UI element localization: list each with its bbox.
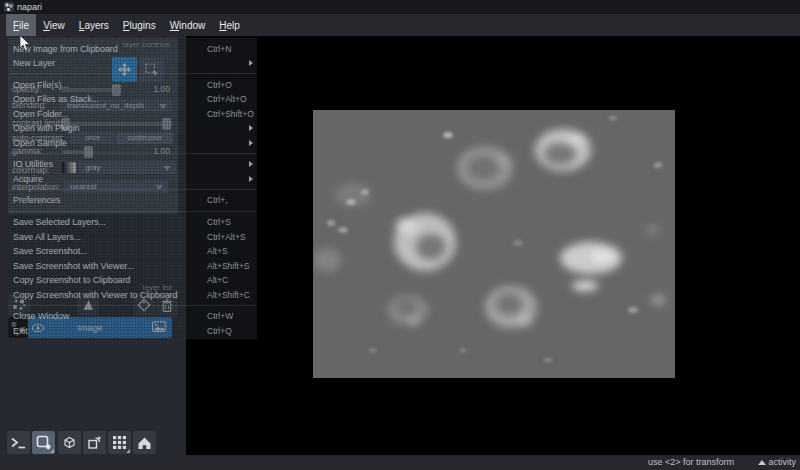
menu-item-open-folder[interactable]: Open Folder...Ctrl+Shift+O — [8, 106, 257, 121]
file-menu-dropdown: New Image from ClipboardCtrl+NNew LayerO… — [8, 38, 257, 339]
menu-item-preferences[interactable]: PreferencesCtrl+, — [8, 193, 257, 208]
menu-item-open-files-as-stack[interactable]: Open Files as Stack...Ctrl+Alt+O — [8, 92, 257, 107]
menu-item-shortcut: Ctrl+O — [207, 80, 232, 90]
menu-item-shortcut: Alt+Shift+C — [207, 290, 250, 300]
menu-item-save-screenshot[interactable]: Save Screenshot...Alt+S — [8, 244, 257, 259]
menu-separator — [9, 153, 256, 154]
menu-item-label: Exit — [13, 326, 28, 336]
menu-item-shortcut: Ctrl+N — [207, 44, 231, 54]
menu-item-shortcut: Alt+S — [207, 246, 228, 256]
console-icon — [11, 437, 26, 449]
home-icon — [137, 436, 152, 450]
menubar-item-plugins[interactable]: Plugins — [116, 14, 163, 36]
ndisplay-2d-icon — [36, 435, 51, 450]
submenu-arrow-icon — [249, 60, 253, 66]
menu-item-label: New Layer — [13, 58, 55, 68]
menu-item-shortcut: Ctrl+Alt+S — [207, 232, 246, 242]
menu-item-acquire[interactable]: Acquire — [8, 171, 257, 186]
menu-item-label: Close Window — [13, 311, 69, 321]
window-title: napari — [17, 0, 42, 14]
menu-separator — [9, 189, 256, 190]
mouse-cursor — [19, 35, 31, 52]
menu-item-label: Save Screenshot... — [13, 246, 87, 256]
activity-toggle[interactable]: activity — [758, 455, 796, 470]
menu-item-label: Open with Plugin — [13, 123, 79, 133]
menu-item-label: Open File(s)... — [13, 80, 69, 90]
napari-window: { "window": { "title": "napari" }, "menu… — [0, 0, 800, 470]
menu-item-new-image-from-clipboard[interactable]: New Image from ClipboardCtrl+N — [8, 41, 257, 56]
menu-item-new-layer[interactable]: New Layer — [8, 56, 257, 71]
popup-corner-mark — [50, 449, 54, 453]
menu-item-save-all-layers[interactable]: Save All Layers...Ctrl+Alt+S — [8, 229, 257, 244]
menu-item-open-with-plugin[interactable]: Open with Plugin — [8, 121, 257, 136]
transpose-icon — [87, 435, 102, 450]
napari-logo-icon — [4, 2, 14, 12]
menu-item-shortcut: Ctrl+, — [207, 195, 228, 205]
menu-item-exit[interactable]: ExitCtrl+Q — [8, 323, 257, 338]
menu-item-label: Save Screenshot with Viewer... — [13, 261, 134, 271]
menubar-item-window[interactable]: Window — [163, 14, 213, 36]
toggle-ndisplay-button[interactable] — [32, 431, 55, 454]
menu-item-label: IO Utilities — [13, 159, 53, 169]
menu-item-shortcut: Ctrl+Alt+O — [207, 94, 247, 104]
menu-bar: FileViewLayersPluginsWindowHelp — [0, 14, 800, 36]
menu-item-label: Acquire — [13, 174, 43, 184]
menu-item-shortcut: Ctrl+S — [207, 217, 231, 227]
triangle-up-icon — [758, 460, 766, 465]
menu-item-save-screenshot-with-viewer[interactable]: Save Screenshot with Viewer...Alt+Shift+… — [8, 258, 257, 273]
transform-hint-text: use <2> for transform — [648, 455, 734, 470]
menu-item-shortcut: Ctrl+Shift+O — [207, 109, 254, 119]
menu-item-label: Open Files as Stack... — [13, 94, 99, 104]
menubar-item-help[interactable]: Help — [212, 14, 247, 36]
menubar-item-view[interactable]: View — [36, 14, 72, 36]
submenu-arrow-icon — [249, 161, 253, 167]
menu-item-close-window[interactable]: Close WindowCtrl+W — [8, 309, 257, 324]
menu-item-label: Open Sample — [13, 138, 67, 148]
menu-item-label: Save Selected Layers... — [13, 217, 106, 227]
menubar-item-layers[interactable]: Layers — [72, 14, 116, 36]
menu-item-save-selected-layers[interactable]: Save Selected Layers...Ctrl+S — [8, 215, 257, 230]
popup-corner-mark — [126, 449, 130, 453]
submenu-arrow-icon — [249, 176, 253, 182]
menubar-item-file[interactable]: File — [6, 14, 36, 36]
menu-item-io-utilities[interactable]: IO Utilities — [8, 157, 257, 172]
menu-item-copy-screenshot-to-clipboard[interactable]: Copy Screenshot to ClipboardAlt+C — [8, 273, 257, 288]
menu-item-label: Copy Screenshot to Clipboard — [13, 275, 130, 285]
cells-image — [313, 110, 675, 378]
cube-icon — [62, 435, 77, 450]
menu-item-label: Preferences — [13, 195, 60, 205]
menu-item-label: Save All Layers... — [13, 232, 81, 242]
menu-item-shortcut: Alt+C — [207, 275, 228, 285]
grid-view-button[interactable] — [108, 431, 131, 454]
home-button[interactable] — [133, 431, 156, 454]
menu-separator — [9, 305, 256, 306]
transpose-dimensions-button[interactable] — [83, 431, 106, 454]
menu-item-shortcut: Ctrl+W — [207, 311, 233, 321]
submenu-arrow-icon — [249, 140, 253, 146]
roll-dimensions-button[interactable] — [58, 431, 81, 454]
console-button[interactable] — [7, 431, 30, 454]
viewer-canvas[interactable] — [186, 36, 800, 455]
submenu-arrow-icon — [249, 125, 253, 131]
menu-item-shortcut: Ctrl+Q — [207, 326, 232, 336]
menu-separator — [9, 73, 256, 74]
menu-item-label: Open Folder... — [13, 109, 69, 119]
menu-item-open-sample[interactable]: Open Sample — [8, 135, 257, 150]
menu-item-open-file-s[interactable]: Open File(s)...Ctrl+O — [8, 77, 257, 92]
grid-icon — [113, 436, 126, 449]
menu-item-shortcut: Alt+Shift+S — [207, 261, 250, 271]
menu-separator — [9, 211, 256, 212]
menu-item-label: Copy Screenshot with Viewer to Clipboard — [13, 290, 177, 300]
status-bar: use <2> for transform activity — [0, 455, 800, 470]
menu-item-copy-screenshot-with-viewer-to-clipboard[interactable]: Copy Screenshot with Viewer to Clipboard… — [8, 287, 257, 302]
title-bar: napari — [0, 0, 800, 14]
